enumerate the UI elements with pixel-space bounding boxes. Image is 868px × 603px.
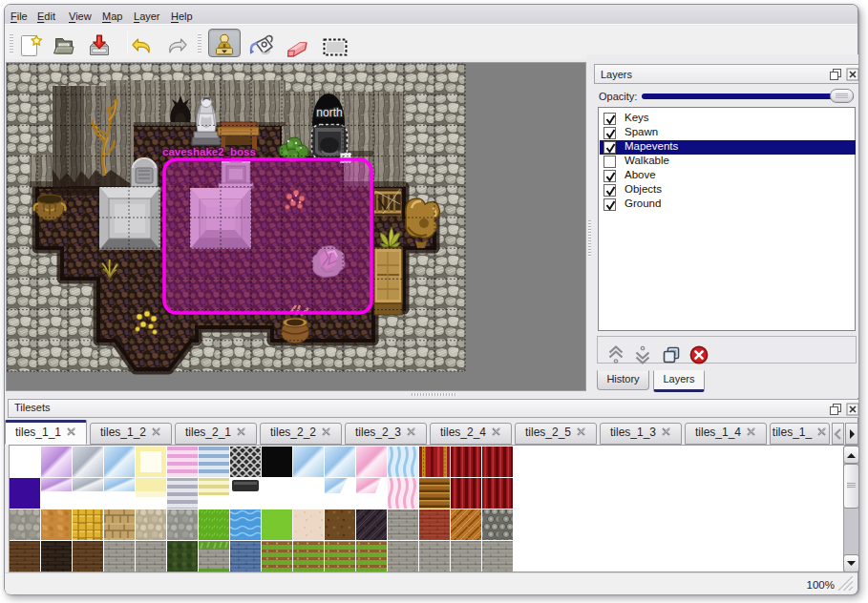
svg-text:north: north: [316, 106, 342, 119]
svg-text:caveshake2_boss: caveshake2_boss: [162, 146, 256, 157]
